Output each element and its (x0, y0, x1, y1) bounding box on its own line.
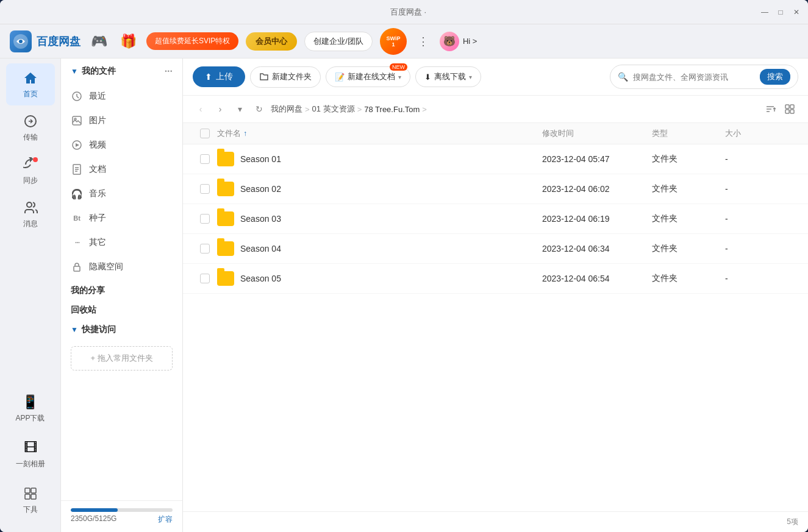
file-type: 文件夹 (652, 213, 725, 224)
gift-icon[interactable]: 🎁 (117, 30, 139, 52)
file-size: - (725, 244, 798, 254)
table-row[interactable]: Season 01 2023-12-04 05:47 文件夹 - (183, 144, 808, 174)
select-all-checkbox[interactable] (200, 129, 210, 138)
search-button[interactable]: 搜索 (760, 69, 790, 85)
file-modified: 2023-12-04 06:02 (542, 184, 652, 194)
member-center-button[interactable]: 会员中心 (246, 32, 297, 51)
vip-promo-button[interactable]: 超值续费延长SVIP特权 (146, 32, 238, 50)
breadcrumb-sep-1: > (305, 105, 310, 114)
size-column-header[interactable]: 大小 (725, 128, 798, 139)
nav-hidden-label: 隐藏空间 (89, 261, 123, 272)
table-row[interactable]: Season 03 2023-12-04 06:19 文件夹 - (183, 204, 808, 234)
new-doc-button[interactable]: 📝 新建在线文档 NEW ▾ (326, 66, 410, 87)
svg-rect-14 (785, 105, 789, 108)
svg-rect-17 (790, 110, 794, 113)
nav-video[interactable]: 视频 (61, 133, 182, 157)
file-modified: 2023-12-04 06:54 (542, 274, 652, 283)
swip-button[interactable]: SWiP 1 (380, 28, 407, 55)
nav-torrent[interactable]: Bt 种子 (61, 206, 182, 230)
row-checkbox[interactable] (200, 184, 210, 194)
logo-icon (10, 30, 32, 52)
titlebar: 百度网盘 · — □ ✕ (0, 0, 808, 24)
new-doc-icon: 📝 (335, 73, 345, 82)
breadcrumb-sep-2: > (357, 105, 362, 114)
storage-total: 5125G (95, 514, 116, 523)
expand-storage-link[interactable]: 扩容 (158, 514, 173, 525)
nav-recent[interactable]: 最近 (61, 84, 182, 108)
sidebar-item-tools[interactable]: 下具 (6, 479, 55, 521)
lock-icon (71, 261, 83, 273)
row-checkbox[interactable] (200, 154, 210, 164)
sidebar-item-messages[interactable]: 消息 (6, 193, 55, 235)
nav-other[interactable]: ··· 其它 (61, 230, 182, 255)
logo-text: 百度网盘 (37, 34, 80, 49)
offline-download-button[interactable]: ⬇ 离线下载 ▾ (415, 66, 481, 87)
sidebar-app-label: APP下载 (15, 413, 45, 424)
enterprise-button[interactable]: 创建企业/团队 (304, 32, 373, 51)
file-name: Season 05 (240, 274, 281, 283)
row-checkbox-cell (193, 214, 217, 224)
breadcrumb-folder2[interactable]: 78 Tree.Fu.Tom (364, 105, 420, 114)
svg-point-1 (19, 40, 23, 43)
sidebar-item-home[interactable]: 首页 (6, 63, 55, 105)
svg-rect-15 (790, 105, 794, 108)
sort-view-button[interactable] (762, 101, 779, 118)
sidebar-item-moments[interactable]: 🎞 一刻相册 (6, 433, 55, 475)
nav-recent-label: 最近 (89, 91, 106, 102)
storage-bar-bg (71, 508, 173, 512)
forward-button[interactable]: › (212, 101, 228, 117)
add-folder-button[interactable]: + 拖入常用文件夹 (71, 346, 173, 371)
breadcrumb-folder1[interactable]: 01 英文资源 (312, 104, 355, 115)
row-checkbox[interactable] (200, 214, 210, 224)
row-checkbox[interactable] (200, 244, 210, 254)
search-input[interactable] (633, 73, 755, 82)
upload-icon: ⬆ (205, 72, 212, 82)
file-size: - (725, 154, 798, 164)
header-checkbox-cell (193, 128, 217, 139)
file-type: 文件夹 (652, 243, 725, 254)
sidebar-item-sync[interactable]: 同步 (6, 150, 55, 192)
hi-text[interactable]: Hi > (463, 37, 477, 46)
nav-video-label: 视频 (89, 140, 106, 151)
avatar[interactable]: 🐻 (440, 32, 459, 51)
new-folder-label: 新建文件夹 (272, 71, 312, 82)
nav-images[interactable]: 图片 (61, 108, 182, 133)
table-row[interactable]: Season 04 2023-12-04 06:34 文件夹 - (183, 234, 808, 264)
file-modified: 2023-12-04 06:19 (542, 214, 652, 224)
refresh-button[interactable]: ↻ (251, 101, 267, 117)
nav-music[interactable]: 🎧 音乐 (61, 182, 182, 206)
storage-area: 2350G/5125G 扩容 (61, 500, 182, 532)
minimize-button[interactable]: — (760, 8, 769, 16)
nav-music-label: 音乐 (89, 188, 106, 199)
back-button[interactable]: ‹ (193, 101, 209, 117)
close-button[interactable]: ✕ (792, 8, 801, 16)
table-row[interactable]: Season 02 2023-12-04 06:02 文件夹 - (183, 174, 808, 204)
sidebar-item-transfer[interactable]: 传输 (6, 107, 55, 149)
dropdown-button[interactable]: ▾ (232, 101, 248, 117)
recycle-bin-link[interactable]: 回收站 (61, 299, 182, 318)
nav-hidden-space[interactable]: 隐藏空间 (61, 255, 182, 279)
more-options-button[interactable]: ⋮ (414, 32, 432, 51)
sidebar: 首页 传输 (0, 59, 61, 532)
swip-label1: SWiP (387, 35, 401, 41)
breadcrumb-root[interactable]: 我的网盘 (271, 104, 302, 115)
upload-button[interactable]: ⬆ 上传 (193, 66, 245, 87)
sidebar-home-label: 首页 (23, 89, 38, 99)
file-modified: 2023-12-04 06:34 (542, 244, 652, 254)
nav-docs[interactable]: 文档 (61, 157, 182, 182)
table-row[interactable]: Season 05 2023-12-04 06:54 文件夹 - (183, 264, 808, 294)
type-column-header[interactable]: 类型 (652, 128, 725, 139)
maximize-button[interactable]: □ (776, 8, 785, 16)
new-folder-button[interactable]: 新建文件夹 (250, 66, 321, 88)
my-files-more-icon[interactable]: ··· (165, 66, 173, 77)
row-checkbox[interactable] (200, 274, 210, 283)
game-icon[interactable]: 🎮 (88, 30, 110, 52)
grid-view-button[interactable] (781, 101, 798, 118)
main-header: 百度网盘 🎮 🎁 超值续费延长SVIP特权 会员中心 创建企业/团队 SWiP … (0, 24, 808, 59)
row-checkbox-cell (193, 184, 217, 194)
name-column-header[interactable]: 文件名 ↑ (217, 128, 542, 139)
svg-rect-5 (31, 488, 36, 493)
sidebar-item-app-download[interactable]: 📱 APP下载 (6, 388, 55, 430)
modified-column-header[interactable]: 修改时间 (542, 128, 652, 139)
my-share-link[interactable]: 我的分享 (61, 279, 182, 299)
